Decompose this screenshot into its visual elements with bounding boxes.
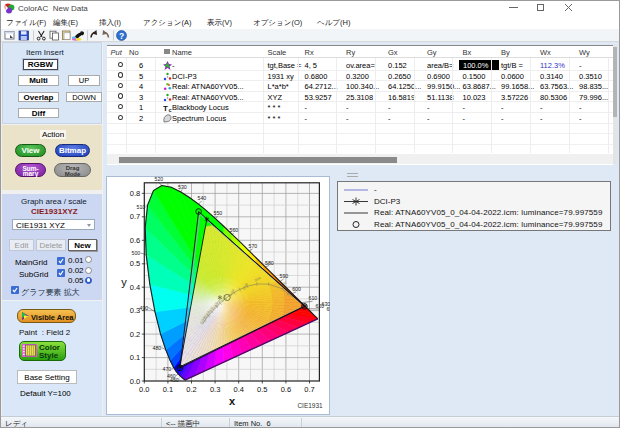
svg-text:450: 450 [170, 377, 179, 383]
svg-text:0.2: 0.2 [186, 386, 196, 395]
svg-text:0.4: 0.4 [234, 386, 244, 395]
svg-text:560: 560 [230, 227, 239, 233]
svg-text:590: 590 [280, 273, 289, 279]
svg-text:480: 480 [153, 345, 162, 351]
svg-text:550: 550 [214, 210, 223, 216]
svg-text:580: 580 [265, 260, 274, 266]
svg-text:0.5: 0.5 [257, 386, 267, 395]
svg-text:0.3: 0.3 [130, 306, 140, 315]
svg-text:530: 530 [178, 184, 187, 190]
svg-text:CIE1931: CIE1931 [298, 402, 324, 409]
svg-text:600: 600 [292, 286, 301, 292]
svg-text:0.6: 0.6 [130, 236, 140, 245]
svg-text:0.1: 0.1 [163, 386, 173, 395]
svg-text:0.8: 0.8 [130, 189, 140, 198]
svg-text:0.6: 0.6 [281, 386, 291, 395]
svg-text:y: y [122, 276, 128, 288]
svg-text:0.0: 0.0 [139, 386, 149, 395]
svg-text:650: 650 [327, 306, 330, 312]
svg-text:540: 540 [198, 195, 207, 201]
svg-text:0.2: 0.2 [130, 330, 140, 339]
svg-text:520: 520 [155, 176, 164, 182]
svg-text:0.7: 0.7 [304, 386, 314, 395]
svg-text:570: 570 [249, 243, 258, 249]
svg-text:610: 610 [309, 296, 318, 302]
svg-text:0.1: 0.1 [130, 353, 140, 362]
svg-text:0.5: 0.5 [130, 260, 140, 269]
svg-text:?: ? [119, 31, 124, 41]
svg-text:T: T [163, 104, 168, 113]
svg-text:0.3: 0.3 [210, 386, 220, 395]
svg-text:0.7: 0.7 [130, 213, 140, 222]
svg-text:500: 500 [132, 250, 141, 256]
svg-text:0.4: 0.4 [130, 283, 140, 292]
svg-text:470: 470 [163, 366, 172, 372]
svg-text:0.0: 0.0 [130, 377, 140, 386]
svg-text:x: x [229, 395, 236, 407]
